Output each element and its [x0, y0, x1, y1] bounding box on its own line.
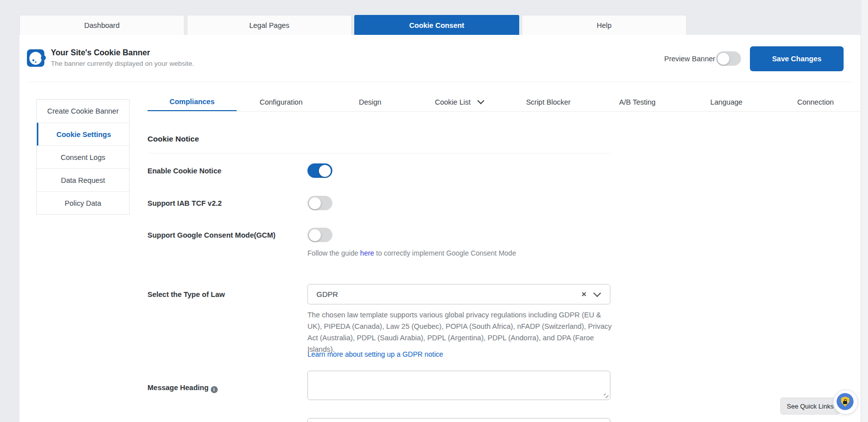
support-iab-tcf-toggle[interactable] — [307, 196, 332, 210]
enable-cookie-notice-label: Enable Cookie Notice — [147, 167, 221, 175]
message-heading-label: Message Headingi — [147, 384, 218, 393]
sidebar-item-cookie-settings[interactable]: Cookie Settings — [37, 123, 129, 145]
section-heading: Cookie Notice — [147, 135, 199, 143]
tab-label: Legal Pages — [249, 21, 289, 29]
page-subtitle: The banner currently displayed on your w… — [51, 60, 194, 67]
clear-selection-icon[interactable]: × — [576, 289, 592, 299]
sidebar-item-data-request[interactable]: Data Request — [37, 168, 129, 191]
scrollbar-track[interactable] — [862, 0, 868, 422]
tab-label: Cookie Consent — [409, 21, 464, 29]
info-icon: i — [211, 386, 218, 393]
gcm-guide-link[interactable]: here — [360, 249, 374, 257]
tab-configuration[interactable]: Configuration — [237, 93, 326, 111]
tab-design[interactable]: Design — [326, 93, 415, 111]
tab-dashboard[interactable]: Dashboard — [19, 15, 184, 35]
chevron-down-icon[interactable] — [593, 289, 601, 297]
header-divider — [27, 82, 852, 82]
toggle-knob — [319, 165, 331, 177]
toggle-knob — [718, 53, 729, 65]
preview-banner-toggle[interactable] — [716, 51, 741, 66]
settings-sidebar: Create Cookie Banner Cookie Settings Con… — [36, 99, 130, 215]
tab-help[interactable]: Help — [522, 15, 687, 35]
support-gcm-toggle[interactable] — [307, 228, 332, 242]
main-panel: Your Site's Cookie Banner The banner cur… — [19, 35, 861, 422]
message-heading-textarea[interactable] — [307, 371, 610, 400]
tab-compliances[interactable]: Compliances — [147, 93, 237, 111]
tab-script-blocker[interactable]: Script Blocker — [504, 93, 593, 111]
resize-handle-icon[interactable] — [604, 394, 608, 398]
tab-cookie-list[interactable]: Cookie List — [415, 93, 504, 111]
tab-label: Help — [597, 21, 612, 29]
support-iab-tcf-label: Support IAB TCF v2.2 — [147, 199, 222, 207]
quick-links-toggle-button[interactable] — [833, 390, 858, 415]
tab-language[interactable]: Language — [682, 93, 771, 111]
sidebar-item-create-cookie-banner[interactable]: Create Cookie Banner — [37, 100, 129, 123]
sidebar-item-policy-data[interactable]: Policy Data — [37, 191, 129, 214]
law-description: The chosen law template supports various… — [307, 309, 612, 355]
tab-ab-testing[interactable]: A/B Testing — [593, 93, 682, 111]
message-body-textarea[interactable] — [307, 418, 610, 422]
learn-more-gdpr-link[interactable]: Learn more about setting up a GDPR notic… — [307, 350, 443, 358]
see-quick-links-button[interactable]: See Quick Links — [780, 398, 840, 415]
page-title: Your Site's Cookie Banner — [51, 48, 150, 57]
section-divider — [147, 153, 611, 153]
tab-connection[interactable]: Connection — [771, 93, 860, 111]
content-tab-bar: Compliances Configuration Design Cookie … — [147, 93, 860, 112]
tab-legal-pages[interactable]: Legal Pages — [187, 15, 352, 35]
save-changes-button[interactable]: Save Changes — [750, 46, 844, 71]
shield-lock-icon — [837, 393, 854, 410]
support-gcm-label: Support Google Consent Mode(GCM) — [147, 231, 276, 239]
preview-banner-label: Preview Banner — [664, 55, 715, 63]
select-law-label: Select the Type of Law — [147, 290, 225, 298]
app-window: Dashboard Legal Pages Cookie Consent Hel… — [0, 0, 868, 422]
cookie-logo-icon — [27, 49, 44, 67]
chevron-down-icon — [477, 97, 484, 104]
toggle-knob — [309, 197, 321, 209]
law-select-dropdown[interactable]: GDPR × — [307, 284, 610, 304]
sidebar-item-consent-logs[interactable]: Consent Logs — [37, 145, 129, 168]
tab-cookie-consent[interactable]: Cookie Consent — [354, 15, 519, 35]
enable-cookie-notice-toggle[interactable] — [307, 163, 332, 178]
law-selected-value: GDPR — [316, 290, 576, 298]
gcm-help-text: Follow the guide here to correctly imple… — [307, 249, 516, 257]
toggle-knob — [309, 229, 321, 241]
tab-label: Dashboard — [84, 21, 120, 29]
